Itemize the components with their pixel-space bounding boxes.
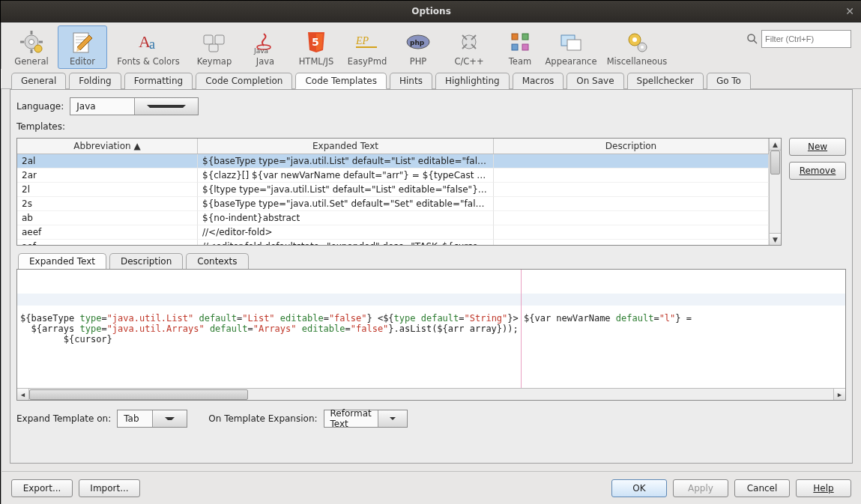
expand-on-label: Expand Template on: (16, 413, 111, 424)
category-htmljs[interactable]: 5 HTML/JS (291, 25, 341, 69)
category-team[interactable]: Team (495, 25, 545, 69)
search-icon (746, 33, 758, 45)
category-general[interactable]: General (7, 25, 56, 69)
svg-rect-16 (215, 35, 224, 44)
templates-table: Abbreviation ▲ Expanded Text Description… (16, 138, 782, 246)
remove-button[interactable]: Remove (789, 162, 846, 180)
svg-rect-15 (204, 35, 213, 44)
chevron-down-icon[interactable] (152, 410, 187, 427)
language-label: Language: (16, 101, 64, 112)
tab-go-to[interactable]: Go To (707, 73, 751, 89)
svg-rect-28 (512, 34, 518, 40)
scroll-left-icon[interactable]: ◀ (17, 389, 29, 400)
category-php[interactable]: php PHP (393, 25, 443, 69)
dialog-buttons: Export... Import... OK Apply Cancel Help (1, 471, 861, 504)
category-label: Miscellaneous (607, 56, 668, 67)
tab-code-templates[interactable]: Code Templates (295, 73, 387, 89)
tab-code-completion[interactable]: Code Completion (196, 73, 292, 89)
category-easypmd[interactable]: EP EasyPmd (342, 25, 392, 69)
template-editor[interactable]: ${baseType type="java.util.List" default… (16, 269, 846, 401)
svg-point-35 (632, 37, 637, 42)
ok-button[interactable]: OK (611, 479, 667, 497)
scroll-thumb[interactable] (770, 151, 780, 174)
svg-rect-29 (522, 34, 528, 40)
filter-input[interactable] (761, 30, 851, 48)
svg-point-37 (641, 46, 644, 49)
templates-label: Templates: (16, 121, 65, 132)
col-description[interactable]: Description (494, 139, 769, 154)
java-icon: Java (253, 29, 278, 55)
category-java[interactable]: Java Java (241, 25, 290, 69)
svg-point-1 (29, 40, 34, 45)
on-expansion-combo[interactable]: Reformat Text (324, 410, 408, 428)
expand-on-value: Tab (118, 413, 152, 424)
tab-expanded-text[interactable]: Expanded Text (18, 253, 106, 269)
scroll-right-icon[interactable]: ▶ (833, 389, 845, 400)
chevron-down-icon[interactable] (378, 410, 407, 427)
cancel-button[interactable]: Cancel (734, 479, 790, 497)
misc-icon (624, 29, 650, 55)
export-button[interactable]: Export... (11, 479, 73, 497)
category-keymap[interactable]: Keymap (190, 25, 239, 69)
category-misc[interactable]: Miscellaneous (597, 25, 677, 69)
on-expansion-value: Reformat Text (324, 408, 378, 429)
category-appearance[interactable]: Appearance (546, 25, 596, 69)
import-button[interactable]: Import... (79, 479, 140, 497)
tab-on-save[interactable]: On Save (567, 73, 623, 89)
svg-rect-30 (512, 44, 518, 50)
category-label: HTML/JS (299, 56, 334, 67)
category-ccpp[interactable]: C/C++ (444, 25, 494, 69)
scroll-up-icon[interactable]: ▲ (770, 139, 781, 151)
apply-button: Apply (673, 479, 728, 497)
chevron-down-icon[interactable] (134, 98, 199, 115)
keyboard-icon (202, 29, 227, 55)
category-label: Team (509, 56, 531, 67)
code-templates-panel: Language: Java Templates: Abbreviation ▲… (10, 89, 853, 464)
php-icon: php (405, 29, 431, 55)
close-icon[interactable]: ✕ (842, 4, 857, 19)
svg-text:EP: EP (355, 35, 369, 46)
ccpp-icon (456, 29, 482, 55)
margin-guide (521, 270, 522, 388)
tab-formatting[interactable]: Formatting (124, 73, 193, 89)
table-row[interactable]: 2s${baseType type="java.util.Set" defaul… (17, 197, 769, 211)
tab-macros[interactable]: Macros (513, 73, 564, 89)
language-combo[interactable]: Java (70, 97, 199, 115)
category-label: PHP (410, 56, 427, 67)
scroll-down-icon[interactable]: ▼ (770, 233, 781, 245)
table-row[interactable]: 2l${ltype type="java.util.List" default=… (17, 183, 769, 197)
svg-rect-31 (522, 44, 528, 50)
svg-rect-17 (209, 44, 218, 52)
expand-on-combo[interactable]: Tab (117, 410, 187, 428)
detail-tabs: Expanded Text Description Contexts (16, 253, 846, 269)
tab-description[interactable]: Description (109, 253, 183, 269)
table-row[interactable]: ab${no-indent}abstract (17, 211, 769, 225)
table-row[interactable]: 2al${baseType type="java.util.List" defa… (17, 154, 769, 168)
svg-text:a: a (149, 37, 155, 52)
tab-hints[interactable]: Hints (390, 73, 432, 89)
category-label: Editor (70, 56, 95, 67)
table-row[interactable]: aeef//</editor-fold> (17, 225, 769, 240)
new-button[interactable]: New (789, 138, 846, 156)
svg-point-38 (748, 34, 755, 41)
scroll-thumb[interactable] (29, 389, 248, 400)
category-fonts[interactable]: Aa Fonts & Colors (109, 25, 188, 69)
col-abbrev[interactable]: Abbreviation ▲ (17, 139, 198, 154)
team-icon (507, 29, 533, 55)
category-label: Fonts & Colors (117, 56, 179, 67)
tab-general[interactable]: General (11, 73, 66, 89)
options-window: Options ✕ General Editor Aa Fonts & Colo… (0, 0, 861, 504)
window-title: Options (1, 6, 861, 16)
table-row[interactable]: aef//<editor-fold defaultstate="expanded… (17, 240, 769, 245)
tab-highlighting[interactable]: Highlighting (435, 73, 510, 89)
tab-contexts[interactable]: Contexts (186, 253, 248, 269)
editor-hscroll[interactable]: ◀ ▶ (17, 388, 845, 400)
tab-folding[interactable]: Folding (69, 73, 121, 89)
table-scrollbar[interactable]: ▲ ▼ (769, 139, 781, 245)
language-value: Java (70, 101, 134, 112)
category-editor[interactable]: Editor (58, 25, 107, 69)
col-expanded[interactable]: Expanded Text (198, 139, 494, 154)
tab-spellchecker[interactable]: Spellchecker (627, 73, 704, 89)
table-row[interactable]: 2ar${clazz}[] ${var newVarName default="… (17, 168, 769, 183)
help-button[interactable]: Help (796, 479, 851, 497)
